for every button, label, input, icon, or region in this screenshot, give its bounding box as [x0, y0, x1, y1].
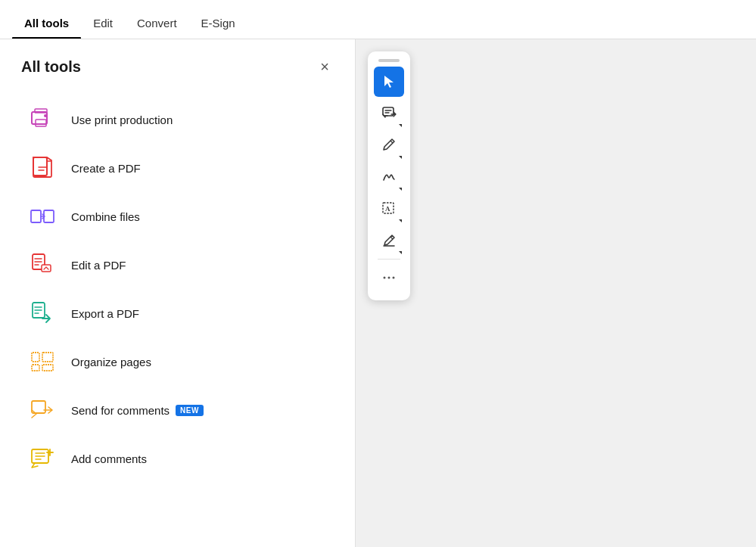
tab-convert[interactable]: Convert [125, 17, 189, 39]
tool-icon-create-pdf [27, 153, 58, 183]
tool-icon-organize-pages [27, 347, 58, 377]
svg-rect-13 [42, 365, 53, 371]
toolbar-btn-pencil[interactable] [374, 130, 404, 160]
tool-icon-print-production [27, 104, 58, 135]
svg-rect-1 [35, 109, 47, 113]
svg-rect-0 [32, 112, 47, 124]
drag-handle[interactable] [378, 59, 400, 62]
main-layout: All tools × Use print production [0, 39, 756, 547]
tab-esign[interactable]: E-Sign [189, 17, 247, 39]
svg-rect-11 [32, 365, 39, 371]
caret-highlight [399, 251, 402, 254]
panel-title: All tools [21, 58, 81, 76]
caret-signature [399, 188, 402, 191]
caret-comment [399, 124, 402, 127]
toolbar-btn-highlight[interactable] [374, 225, 404, 256]
all-tools-panel: All tools × Use print production [0, 39, 356, 547]
svg-rect-6 [44, 210, 54, 222]
toolbar-btn-select[interactable] [374, 67, 404, 97]
tool-label-wrap-send: Send for comments NEW [71, 404, 204, 417]
toolbar-btn-more[interactable] [374, 263, 404, 293]
svg-rect-8 [42, 265, 51, 272]
svg-point-20 [388, 277, 390, 279]
caret-pencil [399, 156, 402, 159]
tool-item-create-pdf[interactable]: Create a PDF [21, 145, 334, 191]
svg-rect-2 [36, 120, 46, 126]
tool-list: Use print production Create a PDF [21, 97, 334, 481]
tool-item-send-comments[interactable]: Send for comments NEW [21, 387, 334, 433]
tab-all-tools[interactable]: All tools [12, 17, 81, 39]
tool-label-wrap-organize: Organize pages [71, 356, 151, 368]
floating-toolbar: A [368, 51, 410, 300]
tool-item-export-pdf[interactable]: Export a PDF [21, 291, 334, 336]
svg-point-3 [44, 114, 47, 117]
tool-item-combine-files[interactable]: Combine files [21, 194, 334, 239]
svg-rect-12 [42, 353, 53, 362]
svg-rect-5 [31, 210, 41, 222]
svg-text:A: A [385, 205, 390, 213]
tool-label-print: Use print production [71, 113, 173, 126]
tool-label-wrap-add-comments: Add comments [71, 452, 147, 465]
tool-label-send: Send for comments [71, 404, 170, 417]
toolbar-btn-comment[interactable] [374, 98, 404, 129]
tool-item-add-comments[interactable]: Add comments [21, 436, 334, 481]
new-badge: NEW [176, 405, 204, 416]
tool-label-export: Export a PDF [71, 307, 139, 320]
tool-icon-edit-pdf [27, 250, 58, 280]
tool-icon-combine-files [27, 201, 58, 232]
svg-rect-4 [33, 157, 47, 176]
tool-icon-export-pdf [27, 298, 58, 328]
close-button[interactable]: × [316, 57, 334, 76]
caret-text-select [399, 219, 402, 222]
svg-point-19 [384, 277, 386, 279]
tool-label-wrap-create: Create a PDF [71, 162, 141, 175]
tool-label-add-comments: Add comments [71, 452, 147, 465]
top-nav: All tools Edit Convert E-Sign [0, 0, 756, 39]
tool-item-edit-pdf[interactable]: Edit a PDF [21, 242, 334, 287]
tool-label-create: Create a PDF [71, 162, 141, 175]
tool-label-edit: Edit a PDF [71, 259, 126, 272]
toolbar-divider [378, 259, 400, 260]
tool-label-wrap-edit: Edit a PDF [71, 259, 126, 272]
tool-item-organize-pages[interactable]: Organize pages [21, 339, 334, 384]
panel-header: All tools × [21, 57, 334, 76]
svg-point-21 [393, 277, 395, 279]
toolbar-btn-text-select[interactable]: A [374, 194, 404, 224]
tool-label-combine: Combine files [71, 210, 140, 223]
toolbar-btn-signature[interactable] [374, 162, 404, 192]
tab-edit[interactable]: Edit [81, 17, 125, 39]
tool-icon-add-comments [27, 443, 58, 474]
tool-label-organize: Organize pages [71, 356, 151, 368]
svg-rect-10 [32, 353, 39, 362]
tool-label-wrap-print: Use print production [71, 113, 173, 126]
tool-label-wrap-combine: Combine files [71, 210, 140, 223]
tool-icon-send-comments [27, 395, 58, 425]
tool-label-wrap-export: Export a PDF [71, 307, 139, 320]
content-area: A [356, 39, 756, 547]
tool-item-print-production[interactable]: Use print production [21, 97, 334, 142]
